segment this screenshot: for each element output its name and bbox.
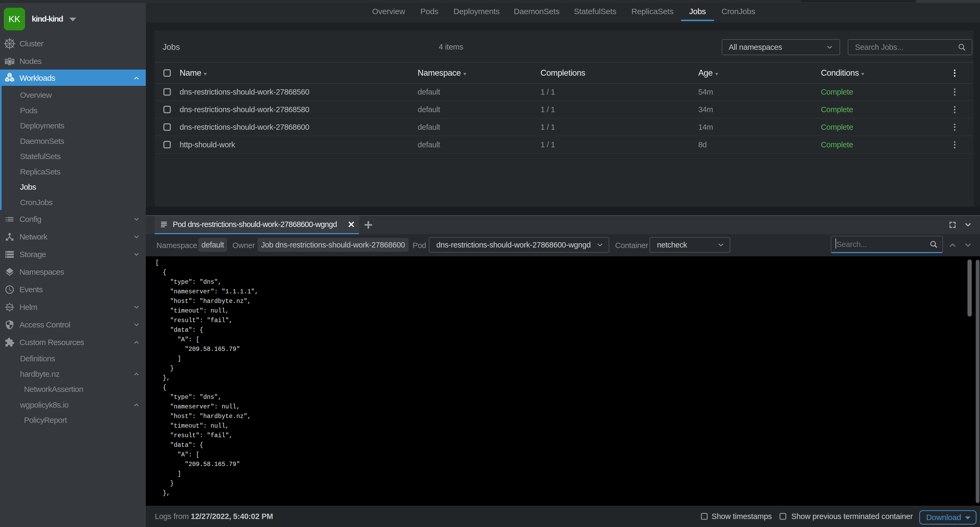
svg-text:HELM: HELM xyxy=(7,306,12,308)
